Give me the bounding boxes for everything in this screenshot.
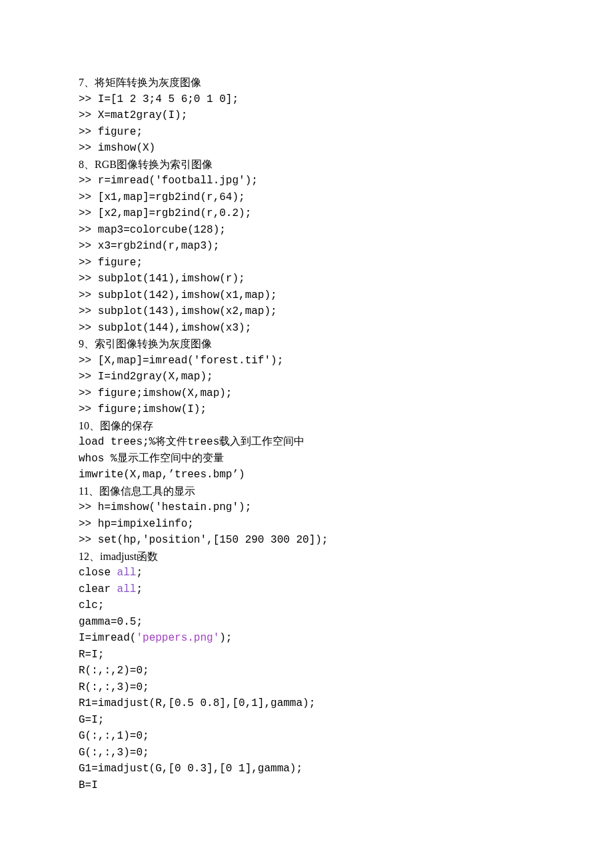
code-line: 8、RGB图像转换为索引图像	[79, 157, 534, 173]
code-line: >> figure;imshow(X,map);	[79, 385, 534, 402]
code-line: >> [X,map]=imread('forest.tif');	[79, 353, 534, 369]
code-line: gamma=0.5;	[79, 614, 534, 631]
code-line: >> figure;imshow(I);	[79, 401, 534, 418]
code-line: G(:,:,3)=0;	[79, 745, 534, 761]
code-line: B=I	[79, 777, 534, 794]
code-line: >> [x1,map]=rgb2ind(r,64);	[79, 189, 534, 206]
code-line: >> r=imread('football.jpg');	[79, 173, 534, 189]
code-line: >> subplot(143),imshow(x2,map);	[79, 303, 534, 320]
code-line: imwrite(X,map,’trees.bmp’)	[79, 467, 534, 483]
code-line: >> h=imshow('hestain.png');	[79, 499, 534, 516]
code-line: >> subplot(141),imshow(r);	[79, 271, 534, 287]
code-line: >> x3=rgb2ind(r,map3);	[79, 238, 534, 255]
code-line: >> imshow(X)	[79, 140, 534, 157]
code-line: R1=imadjust(R,[0.5 0.8],[0,1],gamma);	[79, 695, 534, 712]
code-line: 10、图像的保存	[79, 418, 534, 435]
code-line: >> subplot(142),imshow(x1,map);	[79, 287, 534, 304]
code-line: load trees;%将文件trees载入到工作空间中	[79, 434, 534, 451]
code-line: clear all;	[79, 581, 534, 598]
document-page: 7、将矩阵转换为灰度图像>> I=[1 2 3;4 5 6;0 1 0];>> …	[0, 0, 613, 833]
code-line: G=I;	[79, 712, 534, 729]
code-line: G1=imadjust(G,[0 0.3],[0 1],gamma);	[79, 761, 534, 777]
code-line: >> [x2,map]=rgb2ind(r,0.2);	[79, 205, 534, 222]
code-line: >> X=mat2gray(I);	[79, 107, 534, 124]
code-line: >> I=[1 2 3;4 5 6;0 1 0];	[79, 91, 534, 108]
code-line: 7、将矩阵转换为灰度图像	[79, 75, 534, 91]
code-line: 11、图像信息工具的显示	[79, 483, 534, 500]
code-line: >> figure;	[79, 255, 534, 271]
code-line: >> set(hp,'position',[150 290 300 20]);	[79, 532, 534, 549]
code-line: whos %显示工作空间中的变量	[79, 451, 534, 467]
code-line: 12、imadjust函数	[79, 549, 534, 565]
code-line: >> map3=colorcube(128);	[79, 222, 534, 239]
code-line: I=imread('peppers.png');	[79, 630, 534, 647]
code-line: close all;	[79, 565, 534, 581]
code-line: >> I=ind2gray(X,map);	[79, 369, 534, 385]
code-line: >> subplot(144),imshow(x3);	[79, 320, 534, 337]
code-line: 9、索引图像转换为灰度图像	[79, 336, 534, 353]
code-line: >> figure;	[79, 124, 534, 141]
code-line: >> hp=impixelinfo;	[79, 516, 534, 533]
code-line: R=I;	[79, 647, 534, 663]
code-line: R(:,:,2)=0;	[79, 663, 534, 679]
code-line: R(:,:,3)=0;	[79, 679, 534, 696]
code-line: G(:,:,1)=0;	[79, 728, 534, 745]
code-line: clc;	[79, 597, 534, 614]
